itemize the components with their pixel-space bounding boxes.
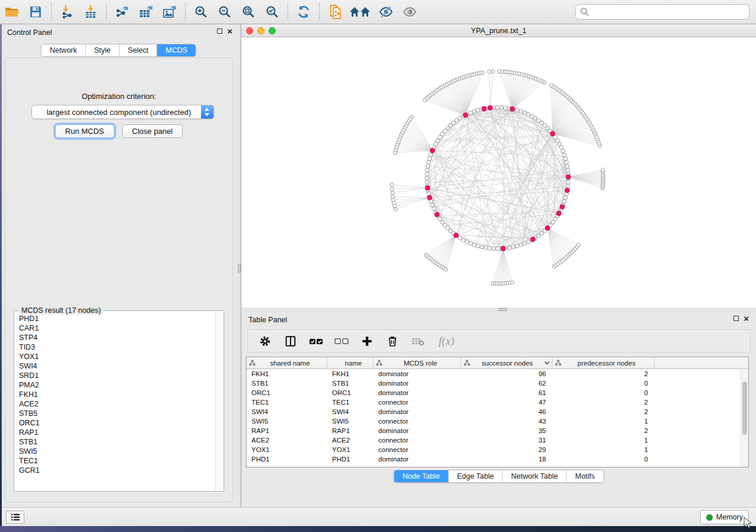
network-node[interactable]	[465, 240, 469, 244]
mcds-hub-node[interactable]	[430, 148, 435, 153]
tab-motifs[interactable]: Motifs	[567, 470, 603, 482]
close-panel-button[interactable]: Close panel	[122, 124, 183, 138]
network-node[interactable]	[515, 244, 519, 248]
export-network-icon[interactable]	[110, 2, 134, 22]
memory-button[interactable]: Memory	[700, 510, 749, 524]
tab-node-table[interactable]: Node Table	[394, 470, 449, 482]
import-table-icon[interactable]	[79, 2, 103, 22]
save-icon[interactable]	[24, 2, 47, 22]
result-list-item[interactable]: TEC1	[15, 456, 215, 466]
network-node[interactable]	[561, 149, 565, 153]
result-list-item[interactable]: PHD1	[15, 314, 215, 323]
column-header[interactable]: MCDS role	[374, 357, 461, 368]
network-node[interactable]	[566, 180, 570, 184]
splitter-grip[interactable]	[499, 308, 507, 311]
table-row[interactable]: SWI4SWI4dominator462	[247, 407, 748, 416]
mcds-hub-node[interactable]	[481, 107, 486, 111]
mcds-hub-node[interactable]	[566, 175, 570, 180]
mcds-result-list[interactable]: PHD1CAR1STP4TID3YOX1SWI4SRD1PMA2FKH1ACE2…	[15, 314, 215, 491]
network-node[interactable]	[491, 70, 495, 73]
network-node[interactable]	[473, 243, 477, 247]
scrollbar-thumb[interactable]	[742, 382, 747, 435]
network-node[interactable]	[497, 70, 501, 73]
network-node[interactable]	[427, 161, 431, 165]
network-node[interactable]	[577, 243, 580, 246]
network-node[interactable]	[429, 153, 433, 157]
tab-mcds[interactable]: MCDS	[157, 44, 196, 56]
network-node[interactable]	[519, 110, 523, 114]
network-node[interactable]	[562, 200, 566, 204]
table-row[interactable]: STB1STB1dominator620	[247, 379, 748, 388]
network-canvas[interactable]	[241, 37, 756, 307]
tab-select[interactable]: Select	[120, 44, 158, 56]
zoom-selected-icon[interactable]	[260, 2, 284, 22]
network-node[interactable]	[566, 184, 570, 188]
column-header[interactable]: shared name	[247, 357, 327, 368]
network-node[interactable]	[425, 172, 429, 177]
task-history-button[interactable]	[6, 511, 24, 524]
delete-trash-icon[interactable]	[381, 332, 404, 351]
network-node[interactable]	[468, 242, 473, 246]
mcds-hub-node[interactable]	[550, 132, 555, 136]
result-list-item[interactable]: YOX1	[15, 352, 215, 361]
mcds-hub-node[interactable]	[425, 185, 430, 190]
network-node[interactable]	[563, 196, 567, 200]
float-panel-icon[interactable]	[733, 316, 739, 321]
zoom-out-icon[interactable]	[213, 2, 237, 22]
table-settings-gear-icon[interactable]	[254, 332, 276, 351]
mcds-hub-node[interactable]	[557, 211, 562, 216]
result-list-item[interactable]: TID3	[15, 342, 215, 352]
network-node[interactable]	[428, 156, 432, 161]
table-row[interactable]: YOX1YOX1connector291	[247, 445, 748, 454]
result-scrollbar[interactable]	[215, 312, 223, 491]
network-node[interactable]	[511, 281, 514, 284]
network-node[interactable]	[522, 242, 527, 246]
select-all-icon[interactable]	[305, 332, 327, 351]
mcds-hub-node[interactable]	[454, 233, 458, 238]
mcds-hub-node[interactable]	[463, 113, 468, 117]
result-list-item[interactable]: SRD1	[15, 371, 215, 380]
network-node[interactable]	[503, 106, 508, 110]
network-node[interactable]	[487, 246, 492, 251]
table-row[interactable]: PHD1PHD1dominator180	[247, 454, 748, 464]
result-list-item[interactable]: SWI4	[15, 361, 215, 371]
import-network-icon[interactable]	[55, 2, 79, 22]
network-node[interactable]	[390, 187, 394, 190]
first-neighbors-icon[interactable]	[347, 2, 374, 22]
table-row[interactable]: RAP1RAP1dominator352	[247, 426, 748, 435]
result-list-item[interactable]: SWI5	[15, 447, 215, 456]
network-titlebar[interactable]: YPA_prune.txt_1	[241, 24, 756, 37]
add-icon[interactable]	[356, 332, 378, 351]
network-node[interactable]	[565, 164, 569, 168]
horizontal-splitter[interactable]	[241, 307, 756, 312]
float-panel-icon[interactable]	[217, 28, 222, 34]
network-node[interactable]	[566, 168, 570, 172]
clone-network-icon[interactable]	[323, 2, 347, 22]
deselect-all-icon[interactable]	[330, 332, 353, 351]
table-row[interactable]: TEC1TEC1connector472	[247, 398, 748, 407]
network-node[interactable]	[476, 108, 480, 113]
table-row[interactable]: ORC1ORC1dominator610	[247, 388, 748, 398]
network-node[interactable]	[550, 84, 553, 87]
close-panel-icon[interactable]: ×	[744, 315, 749, 322]
network-node[interactable]	[496, 105, 500, 110]
network-node[interactable]	[564, 161, 569, 165]
network-node[interactable]	[487, 70, 491, 73]
show-column-icon[interactable]	[279, 332, 302, 351]
table-row[interactable]: ACE2ACE2connector311	[247, 435, 748, 445]
hide-selected-icon[interactable]	[374, 2, 398, 22]
network-node[interactable]	[444, 268, 448, 271]
splitter-grip[interactable]	[238, 264, 241, 273]
mcds-hub-node[interactable]	[531, 237, 535, 242]
network-node[interactable]	[511, 245, 515, 249]
mcds-hub-node[interactable]	[510, 107, 515, 111]
close-panel-icon[interactable]: ×	[227, 28, 232, 34]
search-input[interactable]	[589, 6, 749, 18]
network-node[interactable]	[425, 180, 429, 184]
network-node[interactable]	[426, 164, 430, 168]
table-scrollbar[interactable]	[741, 370, 748, 467]
tab-style[interactable]: Style	[86, 44, 120, 56]
network-node[interactable]	[563, 156, 567, 161]
zoom-in-icon[interactable]	[189, 2, 213, 22]
network-node[interactable]	[562, 153, 566, 157]
